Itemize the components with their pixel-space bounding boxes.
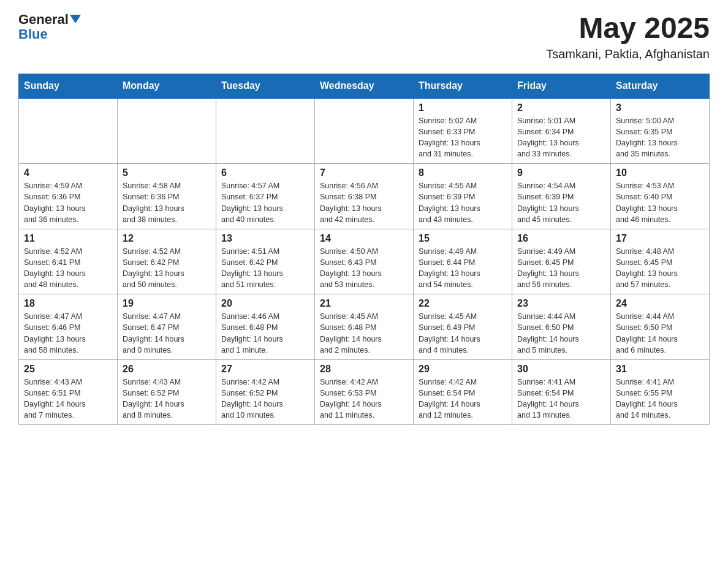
day-number-24: 24 bbox=[616, 298, 704, 309]
day-info-15: Sunrise: 4:49 AMSunset: 6:44 PMDaylight:… bbox=[419, 246, 507, 291]
day-cell-9: 9Sunrise: 4:54 AMSunset: 6:39 PMDaylight… bbox=[512, 164, 611, 229]
weekday-header-monday: Monday bbox=[118, 74, 216, 98]
empty-cell bbox=[315, 98, 414, 164]
day-number-11: 11 bbox=[24, 233, 112, 244]
weekday-header-tuesday: Tuesday bbox=[216, 74, 315, 98]
day-number-18: 18 bbox=[24, 298, 112, 309]
day-cell-8: 8Sunrise: 4:55 AMSunset: 6:39 PMDaylight… bbox=[414, 164, 512, 229]
weekday-header-sunday: Sunday bbox=[19, 74, 118, 98]
day-info-28: Sunrise: 4:42 AMSunset: 6:53 PMDaylight:… bbox=[320, 377, 408, 421]
day-info-30: Sunrise: 4:41 AMSunset: 6:54 PMDaylight:… bbox=[517, 377, 605, 421]
day-info-9: Sunrise: 4:54 AMSunset: 6:39 PMDaylight:… bbox=[517, 180, 605, 225]
empty-cell bbox=[216, 98, 315, 164]
weekday-header-row: SundayMondayTuesdayWednesdayThursdayFrid… bbox=[19, 74, 710, 98]
day-number-5: 5 bbox=[123, 167, 211, 178]
day-info-7: Sunrise: 4:56 AMSunset: 6:38 PMDaylight:… bbox=[320, 180, 408, 225]
day-info-6: Sunrise: 4:57 AMSunset: 6:37 PMDaylight:… bbox=[221, 180, 309, 225]
day-info-3: Sunrise: 5:00 AMSunset: 6:35 PMDaylight:… bbox=[616, 115, 704, 160]
day-number-26: 26 bbox=[123, 364, 211, 375]
empty-cell bbox=[118, 98, 216, 164]
day-number-25: 25 bbox=[24, 364, 112, 375]
day-info-8: Sunrise: 4:55 AMSunset: 6:39 PMDaylight:… bbox=[419, 180, 507, 225]
day-cell-12: 12Sunrise: 4:52 AMSunset: 6:42 PMDayligh… bbox=[118, 229, 216, 294]
day-number-21: 21 bbox=[320, 298, 408, 309]
day-info-24: Sunrise: 4:44 AMSunset: 6:50 PMDaylight:… bbox=[616, 311, 704, 356]
day-cell-26: 26Sunrise: 4:43 AMSunset: 6:52 PMDayligh… bbox=[118, 359, 216, 425]
day-info-27: Sunrise: 4:42 AMSunset: 6:52 PMDaylight:… bbox=[221, 377, 309, 421]
day-cell-24: 24Sunrise: 4:44 AMSunset: 6:50 PMDayligh… bbox=[611, 294, 710, 360]
day-info-20: Sunrise: 4:46 AMSunset: 6:48 PMDaylight:… bbox=[221, 311, 309, 356]
day-cell-19: 19Sunrise: 4:47 AMSunset: 6:47 PMDayligh… bbox=[118, 294, 216, 360]
page-header: General Blue May 2025 Tsamkani, Paktia, … bbox=[18, 12, 710, 61]
day-info-31: Sunrise: 4:41 AMSunset: 6:55 PMDaylight:… bbox=[616, 377, 704, 421]
weekday-header-thursday: Thursday bbox=[414, 74, 512, 98]
calendar-table: SundayMondayTuesdayWednesdayThursdayFrid… bbox=[18, 74, 710, 426]
day-cell-31: 31Sunrise: 4:41 AMSunset: 6:55 PMDayligh… bbox=[611, 359, 710, 425]
day-info-17: Sunrise: 4:48 AMSunset: 6:45 PMDaylight:… bbox=[616, 246, 704, 291]
day-number-30: 30 bbox=[517, 364, 605, 375]
week-row-3: 11Sunrise: 4:52 AMSunset: 6:41 PMDayligh… bbox=[19, 229, 710, 294]
day-info-21: Sunrise: 4:45 AMSunset: 6:48 PMDaylight:… bbox=[320, 311, 408, 356]
day-info-13: Sunrise: 4:51 AMSunset: 6:42 PMDaylight:… bbox=[221, 246, 309, 291]
day-number-29: 29 bbox=[419, 364, 507, 375]
day-number-8: 8 bbox=[419, 167, 507, 178]
day-info-25: Sunrise: 4:43 AMSunset: 6:51 PMDaylight:… bbox=[24, 377, 112, 421]
day-number-6: 6 bbox=[221, 167, 309, 178]
day-number-15: 15 bbox=[419, 233, 507, 244]
week-row-2: 4Sunrise: 4:59 AMSunset: 6:36 PMDaylight… bbox=[19, 164, 710, 229]
day-number-20: 20 bbox=[221, 298, 309, 309]
day-info-23: Sunrise: 4:44 AMSunset: 6:50 PMDaylight:… bbox=[517, 311, 605, 356]
day-info-11: Sunrise: 4:52 AMSunset: 6:41 PMDaylight:… bbox=[24, 246, 112, 291]
day-number-4: 4 bbox=[24, 167, 112, 178]
day-cell-23: 23Sunrise: 4:44 AMSunset: 6:50 PMDayligh… bbox=[512, 294, 611, 360]
weekday-header-saturday: Saturday bbox=[611, 74, 710, 98]
day-info-4: Sunrise: 4:59 AMSunset: 6:36 PMDaylight:… bbox=[24, 180, 112, 225]
week-row-1: 1Sunrise: 5:02 AMSunset: 6:33 PMDaylight… bbox=[19, 98, 710, 164]
day-number-23: 23 bbox=[517, 298, 605, 309]
month-year: May 2025 bbox=[546, 12, 710, 45]
week-row-5: 25Sunrise: 4:43 AMSunset: 6:51 PMDayligh… bbox=[19, 359, 710, 425]
logo-general: General bbox=[18, 12, 69, 27]
day-info-14: Sunrise: 4:50 AMSunset: 6:43 PMDaylight:… bbox=[320, 246, 408, 291]
weekday-header-wednesday: Wednesday bbox=[315, 74, 414, 98]
day-cell-3: 3Sunrise: 5:00 AMSunset: 6:35 PMDaylight… bbox=[611, 98, 710, 164]
day-number-27: 27 bbox=[221, 364, 309, 375]
day-cell-30: 30Sunrise: 4:41 AMSunset: 6:54 PMDayligh… bbox=[512, 359, 611, 425]
day-number-14: 14 bbox=[320, 233, 408, 244]
day-number-2: 2 bbox=[517, 102, 605, 113]
logo-triangle bbox=[70, 15, 81, 23]
day-cell-18: 18Sunrise: 4:47 AMSunset: 6:46 PMDayligh… bbox=[19, 294, 118, 360]
day-info-26: Sunrise: 4:43 AMSunset: 6:52 PMDaylight:… bbox=[123, 377, 211, 421]
day-cell-22: 22Sunrise: 4:45 AMSunset: 6:49 PMDayligh… bbox=[414, 294, 512, 360]
day-cell-17: 17Sunrise: 4:48 AMSunset: 6:45 PMDayligh… bbox=[611, 229, 710, 294]
day-cell-6: 6Sunrise: 4:57 AMSunset: 6:37 PMDaylight… bbox=[216, 164, 315, 229]
weekday-header-friday: Friday bbox=[512, 74, 611, 98]
day-cell-14: 14Sunrise: 4:50 AMSunset: 6:43 PMDayligh… bbox=[315, 229, 414, 294]
day-number-17: 17 bbox=[616, 233, 704, 244]
week-row-4: 18Sunrise: 4:47 AMSunset: 6:46 PMDayligh… bbox=[19, 294, 710, 360]
day-cell-27: 27Sunrise: 4:42 AMSunset: 6:52 PMDayligh… bbox=[216, 359, 315, 425]
day-info-2: Sunrise: 5:01 AMSunset: 6:34 PMDaylight:… bbox=[517, 115, 605, 160]
day-cell-4: 4Sunrise: 4:59 AMSunset: 6:36 PMDaylight… bbox=[19, 164, 118, 229]
day-cell-11: 11Sunrise: 4:52 AMSunset: 6:41 PMDayligh… bbox=[19, 229, 118, 294]
day-number-22: 22 bbox=[419, 298, 507, 309]
day-info-19: Sunrise: 4:47 AMSunset: 6:47 PMDaylight:… bbox=[123, 311, 211, 356]
day-info-10: Sunrise: 4:53 AMSunset: 6:40 PMDaylight:… bbox=[616, 180, 704, 225]
day-cell-28: 28Sunrise: 4:42 AMSunset: 6:53 PMDayligh… bbox=[315, 359, 414, 425]
day-number-10: 10 bbox=[616, 167, 704, 178]
day-info-12: Sunrise: 4:52 AMSunset: 6:42 PMDaylight:… bbox=[123, 246, 211, 291]
day-cell-25: 25Sunrise: 4:43 AMSunset: 6:51 PMDayligh… bbox=[19, 359, 118, 425]
day-cell-13: 13Sunrise: 4:51 AMSunset: 6:42 PMDayligh… bbox=[216, 229, 315, 294]
day-number-9: 9 bbox=[517, 167, 605, 178]
day-info-1: Sunrise: 5:02 AMSunset: 6:33 PMDaylight:… bbox=[419, 115, 507, 160]
day-number-31: 31 bbox=[616, 364, 704, 375]
day-cell-20: 20Sunrise: 4:46 AMSunset: 6:48 PMDayligh… bbox=[216, 294, 315, 360]
empty-cell bbox=[19, 98, 118, 164]
day-number-1: 1 bbox=[419, 102, 507, 113]
day-info-29: Sunrise: 4:42 AMSunset: 6:54 PMDaylight:… bbox=[419, 377, 507, 421]
day-number-13: 13 bbox=[221, 233, 309, 244]
day-number-7: 7 bbox=[320, 167, 408, 178]
day-number-28: 28 bbox=[320, 364, 408, 375]
day-info-22: Sunrise: 4:45 AMSunset: 6:49 PMDaylight:… bbox=[419, 311, 507, 356]
day-cell-7: 7Sunrise: 4:56 AMSunset: 6:38 PMDaylight… bbox=[315, 164, 414, 229]
